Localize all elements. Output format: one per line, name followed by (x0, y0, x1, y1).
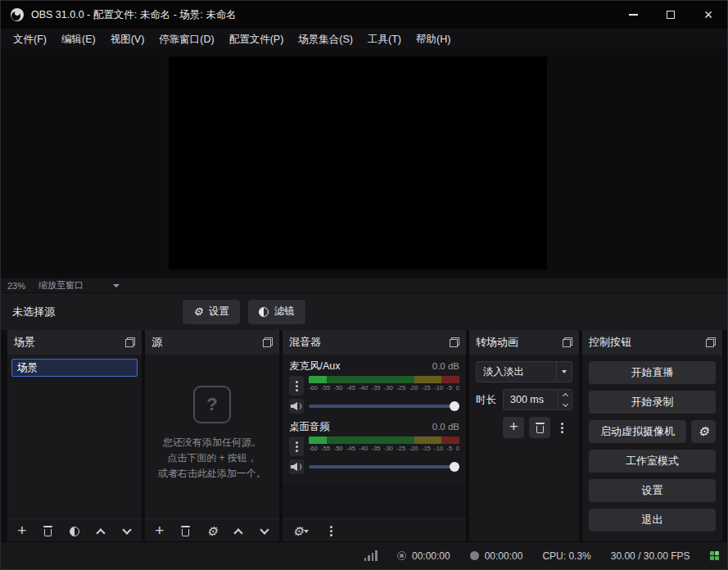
start-virtual-camera-button[interactable]: 启动虚拟摄像机 (589, 420, 686, 443)
slider-handle[interactable] (450, 462, 459, 472)
transitions-dock: 转场动画 淡入淡出 时长 300 ms (469, 330, 579, 543)
status-bar: 00:00:00 00:00:00 CPU: 0.3% 30.00 / 30.0… (1, 541, 727, 569)
menu-item-docks[interactable]: 停靠窗口(D) (151, 29, 221, 50)
controls-dock-header[interactable]: 控制按钮 (582, 330, 722, 355)
chevron-down-icon (113, 284, 120, 287)
studio-mode-button[interactable]: 工作室模式 (589, 450, 716, 473)
sources-dock-header[interactable]: 源 (145, 330, 279, 355)
transitions-dock-title: 转场动画 (476, 335, 518, 350)
transitions-body: 淡入淡出 时长 300 ms (469, 355, 579, 518)
title-bar[interactable]: OBS 31.0.0 - 配置文件: 未命名 - 场景: 未命名 (1, 1, 727, 29)
start-streaming-button[interactable]: 开始直播 (589, 361, 716, 384)
menu-item-view[interactable]: 视图(V) (103, 29, 152, 50)
window-controls (614, 1, 727, 29)
trash-icon (536, 423, 545, 433)
menu-item-scene-collection[interactable]: 场景集合(S) (291, 29, 360, 50)
menu-item-edit[interactable]: 编辑(E) (54, 29, 103, 50)
close-button[interactable] (690, 1, 727, 29)
transition-menu-button[interactable] (555, 417, 568, 438)
transitions-dock-header[interactable]: 转场动画 (469, 330, 579, 355)
channel-name: 麦克风/Aux (289, 360, 341, 373)
duration-up-button[interactable] (558, 390, 572, 400)
scene-filters-button[interactable] (67, 524, 81, 539)
volume-meter (309, 376, 459, 383)
menu-item-help[interactable]: 帮助(H) (409, 29, 458, 50)
selected-source-label: 未选择源 (12, 305, 55, 319)
move-scene-up-button[interactable] (94, 524, 108, 539)
minimize-button[interactable] (614, 1, 652, 29)
channel-menu-button[interactable] (289, 376, 304, 396)
context-filters-button[interactable]: 滤镜 (248, 300, 305, 324)
popout-icon[interactable] (563, 337, 572, 347)
volume-slider[interactable] (309, 400, 459, 412)
volume-slider[interactable] (309, 461, 459, 473)
duration-down-button[interactable] (558, 400, 572, 409)
scene-item[interactable]: 场景 (11, 359, 138, 377)
stream-time: 00:00:00 (412, 550, 450, 562)
gear-icon (698, 425, 708, 438)
popout-icon[interactable] (450, 337, 459, 347)
fit-to-window-select[interactable]: 缩放至窗口 (38, 279, 120, 292)
sources-empty-message: 您还没有添加任何源。 点击下面的 + 按钮， 或者右击此处添加一个。 (158, 435, 266, 482)
slider-track (309, 405, 459, 408)
remove-scene-button[interactable] (41, 524, 55, 539)
popout-icon[interactable] (263, 337, 273, 347)
duration-value: 300 ms (504, 390, 558, 409)
scenes-dock: 场景 场景 (7, 330, 142, 543)
duration-row: 时长 300 ms (476, 389, 572, 410)
slider-track (309, 465, 459, 468)
window-title: OBS 31.0.0 - 配置文件: 未命名 - 场景: 未命名 (31, 8, 237, 22)
slider-handle[interactable] (450, 401, 459, 411)
transition-buttons (503, 417, 572, 438)
popout-icon[interactable] (125, 337, 135, 347)
preview-canvas[interactable] (169, 57, 547, 269)
virtual-camera-settings-button[interactable] (691, 420, 716, 443)
mixer-dock-header[interactable]: 混音器 (283, 330, 466, 355)
channel-menu-button[interactable] (289, 437, 304, 456)
settings-button[interactable]: 设置 (589, 479, 716, 502)
meter-wrap: -60-55-50-45-40-35-30-25-20-15-10-50 (309, 376, 459, 391)
scene-list[interactable]: 场景 (7, 355, 142, 518)
channel-db-value: 0.0 dB (432, 422, 459, 432)
virtual-camera-row: 启动虚拟摄像机 (589, 420, 716, 443)
mute-button[interactable] (289, 459, 304, 474)
source-list[interactable]: ? 您还没有添加任何源。 点击下面的 + 按钮， 或者右击此处添加一个。 (145, 355, 279, 518)
controls-body: 开始直播 开始录制 启动虚拟摄像机 工作室模式 设置 退出 (582, 355, 722, 543)
mute-button[interactable] (289, 399, 304, 414)
chevron-down-icon (260, 525, 269, 534)
add-source-button[interactable] (152, 524, 166, 539)
move-scene-down-button[interactable] (120, 524, 134, 539)
start-recording-button[interactable]: 开始录制 (589, 391, 716, 414)
mixer-menu-button[interactable] (323, 524, 338, 539)
add-transition-button[interactable] (503, 417, 524, 438)
stats-icon[interactable] (710, 551, 720, 561)
move-source-up-button[interactable] (232, 524, 246, 539)
context-properties-label: 设置 (209, 305, 229, 319)
advanced-audio-button[interactable] (290, 524, 311, 539)
add-scene-button[interactable] (15, 524, 29, 539)
popout-icon[interactable] (706, 337, 716, 347)
maximize-icon (667, 11, 675, 19)
source-context-bar: 未选择源 设置 滤镜 (1, 292, 727, 330)
audio-mixer-dock: 混音器 麦克风/Aux 0.0 dB -60-55-50-45-40-35- (283, 330, 466, 543)
maximize-button[interactable] (652, 1, 690, 29)
remove-source-button[interactable] (179, 524, 192, 539)
trash-icon (181, 526, 190, 536)
menu-item-file[interactable]: 文件(F) (6, 29, 54, 50)
source-properties-button[interactable] (205, 524, 219, 539)
transition-select[interactable]: 淡入淡出 (476, 361, 572, 382)
scenes-dock-header[interactable]: 场景 (7, 330, 142, 355)
menu-item-profile[interactable]: 配置文件(P) (222, 29, 292, 50)
gear-icon (193, 306, 203, 318)
remove-transition-button[interactable] (529, 417, 550, 438)
move-source-down-button[interactable] (258, 524, 272, 539)
record-time: 00:00:00 (485, 550, 523, 562)
channel-volume-row (289, 459, 459, 474)
context-properties-button[interactable]: 设置 (183, 300, 240, 324)
exit-button[interactable]: 退出 (589, 509, 716, 532)
combo-arrow (556, 362, 572, 382)
sources-dock: 源 ? 您还没有添加任何源。 点击下面的 + 按钮， 或者右击此处添加一个。 (145, 330, 279, 543)
duration-spinbox[interactable]: 300 ms (503, 389, 572, 410)
menu-item-tools[interactable]: 工具(T) (360, 29, 409, 50)
question-mark-icon: ? (193, 386, 231, 423)
